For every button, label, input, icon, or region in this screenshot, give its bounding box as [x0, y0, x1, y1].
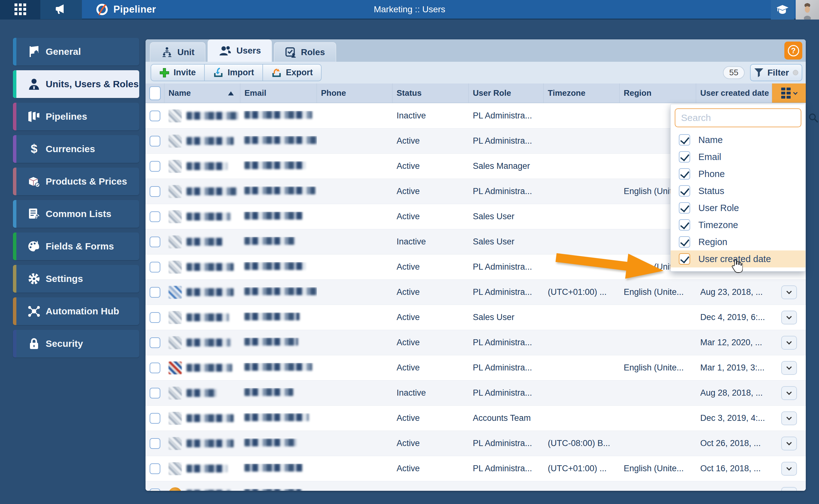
row-checkbox[interactable] [150, 312, 160, 323]
column-header-timezone[interactable]: Timezone [544, 83, 620, 103]
toolbar: Invite Import Export 55 Filter [146, 62, 806, 83]
column-header-user-created-date[interactable]: User created date [696, 83, 772, 103]
chevron-down-icon [786, 440, 792, 445]
table-row[interactable]: InactivePL Administra...Aug 28, 2018, ..… [146, 380, 806, 405]
invite-button[interactable]: Invite [151, 65, 205, 81]
dropdown-search-input[interactable] [675, 112, 808, 123]
column-header-name[interactable]: Name [164, 83, 240, 103]
filter-button[interactable]: Filter [750, 64, 802, 81]
column-header-email[interactable]: Email [240, 83, 317, 103]
row-actions-button[interactable] [781, 462, 797, 476]
row-actions-button[interactable] [781, 437, 797, 450]
column-header-status[interactable]: Status [392, 83, 469, 103]
row-checkbox[interactable] [150, 363, 160, 373]
tab-roles[interactable]: Roles [274, 42, 336, 62]
row-actions-button[interactable] [781, 285, 797, 299]
table-row[interactable]: ActiveSales UserDec 4, 2019, 6:... [146, 305, 806, 330]
sidebar-item-general[interactable]: General [13, 38, 139, 66]
training-button[interactable] [771, 0, 794, 20]
category-color-stripe [13, 135, 16, 163]
table-row[interactable]: ActivePL Administra...English (Unite...M… [146, 355, 806, 380]
column-header-region[interactable]: Region [620, 83, 696, 103]
avatar [169, 387, 182, 400]
table-row[interactable] [146, 481, 806, 491]
app-grid-button[interactable] [0, 0, 40, 19]
row-checkbox[interactable] [150, 463, 160, 474]
row-checkbox[interactable] [150, 161, 160, 172]
checkbox-checked-icon[interactable] [679, 185, 690, 197]
sidebar-item-security[interactable]: Security [13, 330, 139, 358]
brand[interactable]: Pipeliner [95, 3, 156, 16]
table-row[interactable]: ActiveAccounts TeamDec 3, 2019, 4:... [146, 405, 806, 431]
column-option-timezone[interactable]: Timezone [671, 216, 805, 233]
column-option-user-created-date[interactable]: User created date [671, 250, 805, 267]
sidebar-item-products-prices[interactable]: Products & Prices [13, 168, 139, 195]
sidebar-item-fields-forms[interactable]: Fields & Forms [13, 232, 139, 260]
row-checkbox[interactable] [150, 111, 160, 121]
select-all-checkbox[interactable] [149, 86, 161, 100]
row-actions-button[interactable] [781, 336, 797, 350]
import-button[interactable]: Import [205, 65, 263, 81]
row-actions-button[interactable] [781, 487, 797, 491]
avatar [169, 437, 182, 450]
row-actions-button[interactable] [781, 386, 797, 400]
category-color-stripe [13, 70, 16, 98]
row-checkbox[interactable] [150, 186, 160, 197]
redacted-name [186, 162, 227, 170]
row-checkbox[interactable] [150, 262, 160, 272]
sidebar-item-automation-hub[interactable]: Automation Hub [13, 297, 139, 325]
sidebar-item-units-users-roles[interactable]: Units, Users & Roles [13, 70, 139, 98]
sidebar-item-pipelines[interactable]: Pipelines [13, 103, 139, 130]
table-row[interactable]: ActivePL Administra...(UTC+01:00) ...Eng… [146, 279, 806, 305]
sidebar-item-common-lists[interactable]: Common Lists [13, 200, 139, 228]
help-button[interactable]: ? [784, 42, 802, 60]
row-checkbox[interactable] [150, 237, 160, 247]
topbar: Pipeliner Marketing :: Users [0, 0, 819, 20]
sidebar-item-settings[interactable]: Settings [13, 265, 139, 293]
redacted-email [244, 489, 301, 491]
redacted-name [186, 137, 234, 145]
cell-status: Active [392, 413, 469, 423]
sidebar-item-currencies[interactable]: $Currencies [13, 135, 139, 163]
column-option-region[interactable]: Region [671, 233, 805, 250]
announcements-button[interactable] [40, 0, 82, 19]
checkbox-checked-icon[interactable] [679, 202, 690, 214]
row-actions-button[interactable] [781, 411, 797, 425]
column-option-user-role[interactable]: User Role [671, 199, 805, 216]
column-option-status[interactable]: Status [671, 182, 805, 199]
export-button[interactable]: Export [263, 65, 321, 81]
tab-unit[interactable]: Unit [150, 42, 205, 62]
row-actions-button[interactable] [781, 361, 797, 375]
row-checkbox[interactable] [150, 438, 160, 449]
tab-users[interactable]: Users [208, 39, 272, 62]
column-header-phone[interactable]: Phone [317, 83, 392, 103]
row-checkbox[interactable] [150, 489, 160, 491]
cell-status: Active [392, 464, 469, 473]
column-chooser-button[interactable] [772, 83, 806, 103]
table-row[interactable]: ActivePL Administra...Mar 12, 2020, ... [146, 330, 806, 355]
column-option-email[interactable]: Email [671, 148, 805, 165]
user-avatar[interactable] [796, 0, 819, 20]
row-checkbox[interactable] [150, 388, 160, 398]
column-option-name[interactable]: Name [671, 131, 805, 148]
table-row[interactable]: ActivePL Administra...(UTC+01:00) ...Eng… [146, 456, 806, 481]
row-checkbox[interactable] [150, 413, 160, 424]
row-checkbox[interactable] [150, 337, 160, 348]
cell-user-role: PL Administra... [469, 338, 544, 347]
checkbox-checked-icon[interactable] [679, 236, 690, 248]
checkbox-checked-icon[interactable] [679, 253, 690, 265]
row-checkbox[interactable] [150, 136, 160, 146]
checkbox-checked-icon[interactable] [679, 134, 690, 146]
cell-user-created-date: Aug 28, 2018, ... [696, 388, 772, 398]
column-header-user-role[interactable]: User Role [469, 83, 544, 103]
cell-region: English (Unite... [620, 464, 696, 473]
row-actions-button[interactable] [781, 311, 797, 324]
checkbox-checked-icon[interactable] [679, 219, 690, 231]
cell-user-role: Sales User [469, 212, 544, 221]
column-option-phone[interactable]: Phone [671, 165, 805, 182]
row-checkbox[interactable] [150, 287, 160, 298]
table-row[interactable]: ActivePL Administra...(UTC-08:00) B...Oc… [146, 431, 806, 456]
checkbox-checked-icon[interactable] [679, 168, 690, 180]
row-checkbox[interactable] [150, 211, 160, 222]
checkbox-checked-icon[interactable] [679, 151, 690, 163]
